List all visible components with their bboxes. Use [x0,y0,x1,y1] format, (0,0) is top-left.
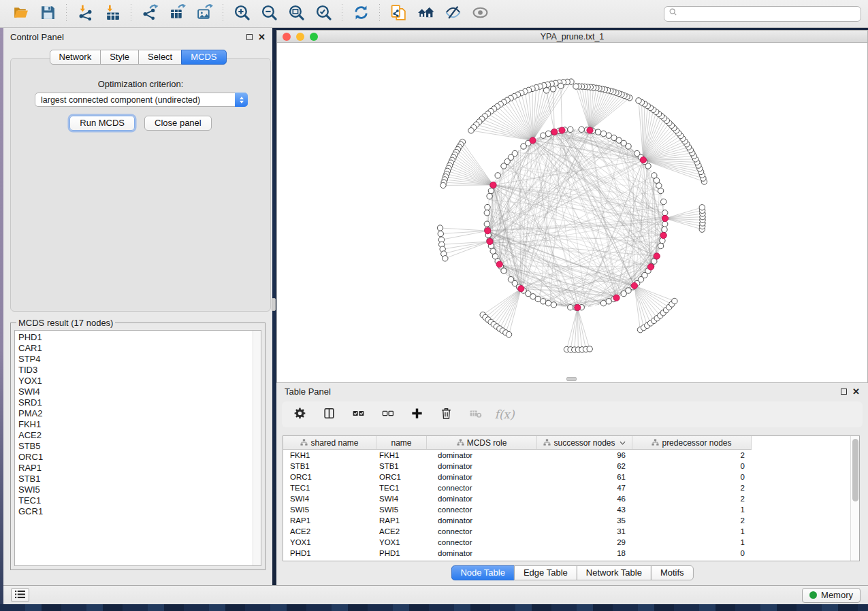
graph-node-selected[interactable] [587,127,593,133]
optimization-criterion-select[interactable]: largest connected component (undirected) [35,93,248,107]
table-row[interactable]: STB1STB1dominator620 [283,461,850,472]
mcds-result-item[interactable]: ORC1 [18,452,253,463]
mcds-result-item[interactable]: FKH1 [18,419,253,430]
graph-node[interactable] [550,86,556,92]
graph-node[interactable] [672,298,677,303]
graph-node-selected[interactable] [518,286,524,292]
graph-node[interactable] [662,221,668,227]
graph-node-selected[interactable] [559,127,565,133]
graph-node-selected[interactable] [660,232,666,238]
graph-node[interactable] [661,199,666,204]
graph-node[interactable] [600,300,606,306]
mcds-result-item[interactable]: PMA2 [18,408,253,419]
open-session-button[interactable] [10,3,31,24]
mcds-result-item[interactable]: STP4 [18,354,253,365]
float-table-panel-icon[interactable] [841,389,847,395]
graph-node[interactable] [541,299,546,304]
graph-node-selected[interactable] [496,261,502,267]
zoom-out-button[interactable] [259,3,279,24]
show-all-networks-button[interactable] [415,3,436,24]
graph-node[interactable] [501,163,507,169]
graph-node[interactable] [440,182,446,188]
tab-select[interactable]: Select [138,50,182,65]
network-splitter-handle[interactable] [566,377,577,381]
graph-node[interactable] [485,204,490,210]
export-network-button[interactable] [140,3,160,24]
mcds-result-item[interactable]: YOX1 [18,376,253,386]
delete-table-button[interactable] [467,406,483,423]
column-header-MCDS-role[interactable]: MCDS role [427,436,537,449]
close-panel-icon[interactable]: ✕ [258,33,266,42]
panel-splitter-handle[interactable] [272,298,276,311]
graph-node[interactable] [551,302,556,308]
graph-node[interactable] [468,128,474,133]
mcds-result-item[interactable]: CAR1 [18,343,253,354]
mcds-result-item[interactable]: RAP1 [18,463,253,474]
mcds-result-item[interactable]: ACE2 [18,430,253,441]
mcds-result-item[interactable]: GCR1 [18,506,253,517]
mcds-result-item[interactable]: SRD1 [18,397,253,408]
close-panel-button[interactable]: Close panel [144,116,212,131]
graph-node[interactable] [662,210,668,216]
graph-node-selected[interactable] [640,157,646,163]
graph-node[interactable] [636,98,641,103]
graph-node[interactable] [443,256,448,261]
graph-node[interactable] [658,188,663,193]
graph-node-selected[interactable] [654,253,660,259]
show-graphics-details-button[interactable] [470,3,490,24]
graph-node[interactable] [506,331,511,337]
tab-mcds[interactable]: MCDS [181,50,226,65]
graph-node[interactable] [488,188,494,193]
add-column-button[interactable] [408,406,425,423]
graph-node[interactable] [573,84,579,89]
graph-node[interactable] [600,131,606,136]
apply-function-button[interactable]: f(x) [496,406,513,423]
graph-node[interactable] [587,346,592,352]
memory-button[interactable]: Memory [802,588,861,603]
column-header-successor-nodes[interactable]: successor nodes [537,436,632,449]
table-tab-network-table[interactable]: Network Table [577,565,652,580]
graph-node[interactable] [437,225,443,231]
graph-node[interactable] [484,210,489,216]
graph-node[interactable] [501,268,507,274]
tab-network[interactable]: Network [49,50,101,65]
mcds-list-scrollbar[interactable] [253,331,261,565]
mcds-result-item[interactable]: SWI5 [18,484,253,495]
export-image-button[interactable] [194,3,214,24]
zoom-selected-button[interactable] [313,3,334,24]
graph-node[interactable] [658,243,663,248]
graph-node[interactable] [634,150,640,156]
column-header-shared-name[interactable]: shared name [283,436,376,449]
column-mode-button[interactable] [321,406,337,423]
graph-node[interactable] [568,127,573,132]
column-header-predecessor-nodes[interactable]: predecessor nodes [632,436,752,449]
close-table-panel-icon[interactable]: ✕ [852,387,860,396]
graph-node-selected[interactable] [490,182,496,188]
table-row[interactable]: RAP1RAP1dominator352 [283,515,850,526]
table-scrollbar-thumb[interactable] [852,439,858,501]
mcds-result-item[interactable]: STB5 [18,441,253,452]
graph-node[interactable] [541,133,546,138]
table-row[interactable]: SWI5SWI5connector431 [283,504,850,515]
graph-node-selected[interactable] [485,228,491,234]
delete-column-button[interactable] [438,406,454,423]
search-input[interactable] [681,9,856,18]
mcds-result-item[interactable]: SWI4 [18,386,253,397]
table-row[interactable]: ORC1ORC1dominator610 [283,472,850,482]
graph-node-selected[interactable] [551,129,558,135]
graph-node[interactable] [606,133,611,138]
table-row[interactable]: ACE2ACE2connector311 [283,526,850,537]
network-window-titlebar[interactable]: YPA_prune.txt_1 [277,31,867,43]
graph-node-selected[interactable] [613,295,620,301]
tab-style[interactable]: Style [100,50,139,65]
graph-node[interactable] [652,173,657,178]
graph-node[interactable] [521,144,526,149]
graph-node[interactable] [545,131,551,136]
search-field[interactable] [664,6,861,22]
table-tab-motifs[interactable]: Motifs [651,565,694,580]
import-network-button[interactable] [75,3,95,24]
table-row[interactable]: PHD1PHD1dominator180 [283,548,850,559]
graph-node[interactable] [545,300,551,306]
graph-node-selected[interactable] [487,238,493,244]
graph-node[interactable] [568,305,573,310]
